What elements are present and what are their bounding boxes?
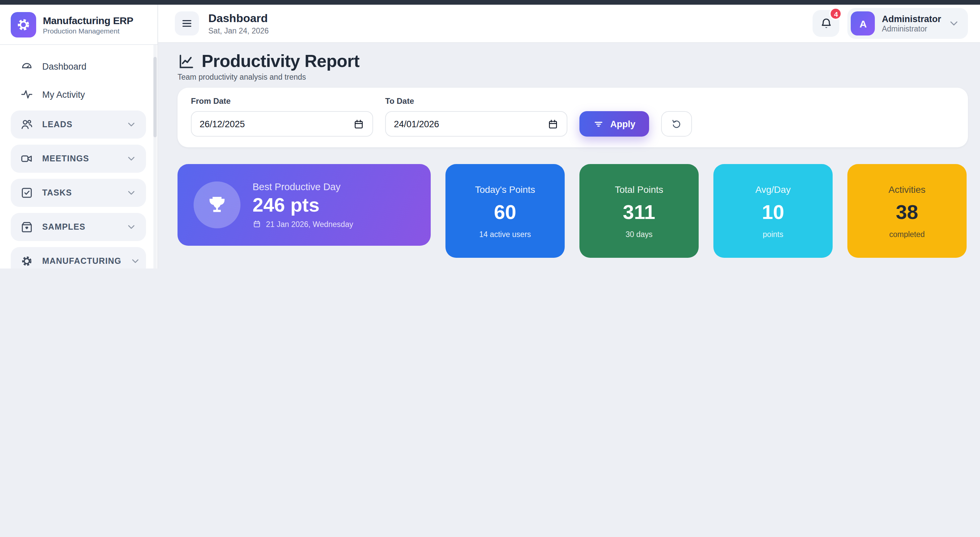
sidebar-nav: Dashboard My Activity LEADS MEETINGS: [0, 45, 158, 268]
to-date-input[interactable]: 24/01/2026: [385, 111, 567, 137]
header-date: Sat, Jan 24, 2026: [208, 27, 269, 35]
total-points-card: Total Points 311 30 days: [579, 164, 698, 258]
sidebar-scrollbar[interactable]: [153, 45, 157, 268]
sidebar-item-dashboard[interactable]: Dashboard: [0, 54, 158, 78]
todays-points-card: Today's Points 60 14 active users: [445, 164, 565, 258]
sidebar-item-label: Dashboard: [42, 61, 86, 71]
sidebar-group-label: MEETINGS: [42, 154, 117, 164]
stat-value: 10: [762, 200, 784, 223]
chevron-down-icon: [948, 17, 960, 29]
sidebar-item-my-activity[interactable]: My Activity: [0, 83, 158, 106]
sidebar-group-label: MANUFACTURING: [42, 256, 121, 266]
app-tagline: Production Management: [43, 27, 133, 35]
sidebar: Manufacturing ERP Production Management …: [0, 5, 158, 268]
page-subtitle: Team productivity analysis and trends: [178, 73, 968, 81]
calendar-icon[interactable]: [547, 118, 558, 130]
sidebar-group-label: SAMPLES: [42, 222, 117, 232]
from-date-input[interactable]: 26/12/2025: [191, 111, 373, 137]
stat-value: 246 pts: [253, 194, 353, 216]
app-logo-icon: [11, 12, 36, 37]
trophy-icon: [194, 181, 240, 228]
page-content: Productivity Report Team productivity an…: [158, 43, 980, 268]
to-date-label: To Date: [385, 97, 567, 106]
user-name: Administrator: [882, 14, 941, 24]
window-top-strip: [0, 0, 980, 5]
app-name: Manufacturing ERP: [43, 14, 133, 26]
header-title: Dashboard: [208, 12, 269, 25]
stat-value: 60: [494, 200, 517, 223]
stat-label: Total Points: [615, 184, 663, 194]
refresh-button[interactable]: [661, 111, 692, 137]
stat-sub: completed: [889, 230, 925, 238]
gear-icon: [20, 254, 33, 268]
sample-box-icon: [20, 220, 33, 234]
avatar: A: [851, 11, 875, 35]
sidebar-group-leads[interactable]: LEADS: [11, 110, 146, 138]
scrollbar-thumb[interactable]: [153, 57, 157, 137]
sidebar-group-tasks[interactable]: TASKS: [11, 179, 146, 207]
users-icon: [20, 118, 33, 131]
stat-sub: 30 days: [626, 230, 653, 238]
from-date-value: 26/12/2025: [200, 119, 245, 129]
apply-button-label: Apply: [610, 119, 635, 129]
calendar-icon[interactable]: [353, 118, 364, 130]
date-filter-card: From Date 26/12/2025 To Date 24/01/2026: [178, 88, 968, 147]
to-date-value: 24/01/2026: [394, 119, 439, 129]
stat-sub: 21 Jan 2026, Wednesday: [266, 220, 353, 228]
sidebar-group-meetings[interactable]: MEETINGS: [11, 145, 146, 173]
stat-label: Today's Points: [475, 184, 535, 194]
chevron-down-icon: [126, 153, 137, 164]
stat-sub: points: [763, 230, 783, 238]
app-window: Manufacturing ERP Production Management …: [0, 0, 980, 268]
sidebar-item-label: My Activity: [42, 89, 85, 99]
avg-day-card: Avg/Day 10 points: [713, 164, 833, 258]
calendar-icon: [253, 219, 261, 228]
app-logo-row: Manufacturing ERP Production Management: [0, 5, 158, 45]
filter-funnel-icon: [593, 118, 604, 130]
stat-sub: 14 active users: [479, 230, 531, 238]
sidebar-group-label: TASKS: [42, 188, 117, 197]
line-chart-icon: [178, 52, 195, 70]
sidebar-group-label: LEADS: [42, 120, 117, 129]
chevron-down-icon: [130, 256, 141, 267]
sidebar-group-manufacturing[interactable]: MANUFACTURING: [11, 247, 146, 268]
chevron-down-icon: [126, 119, 137, 130]
user-menu[interactable]: A Administrator Administrator: [848, 8, 968, 39]
dashboard-icon: [20, 60, 33, 73]
stat-label: Best Productive Day: [253, 181, 353, 192]
notification-badge: 4: [830, 7, 842, 20]
menu-toggle-button[interactable]: [175, 11, 199, 35]
from-date-label: From Date: [191, 97, 373, 106]
check-square-icon: [20, 186, 33, 200]
stat-label: Activities: [889, 184, 925, 194]
apply-button[interactable]: Apply: [579, 111, 649, 137]
chevron-down-icon: [126, 222, 137, 232]
activity-icon: [20, 88, 33, 101]
top-header: Dashboard Sat, Jan 24, 2026 4 A Administ…: [158, 5, 980, 43]
stat-value: 311: [623, 200, 655, 223]
notifications-button[interactable]: 4: [813, 10, 840, 37]
video-icon: [20, 152, 33, 165]
best-productive-day-card: Best Productive Day 246 pts 21 Jan 2026,…: [178, 164, 431, 246]
refresh-icon: [670, 118, 682, 130]
page-title: Productivity Report: [202, 51, 360, 71]
stat-value: 38: [896, 200, 918, 223]
sidebar-group-samples[interactable]: SAMPLES: [11, 213, 146, 241]
chevron-down-icon: [126, 187, 137, 198]
stat-cards-row: Best Productive Day 246 pts 21 Jan 2026,…: [178, 164, 968, 258]
user-role: Administrator: [882, 25, 941, 33]
activities-card: Activities 38 completed: [847, 164, 967, 258]
stat-label: Avg/Day: [755, 184, 791, 194]
hamburger-icon: [180, 17, 194, 30]
